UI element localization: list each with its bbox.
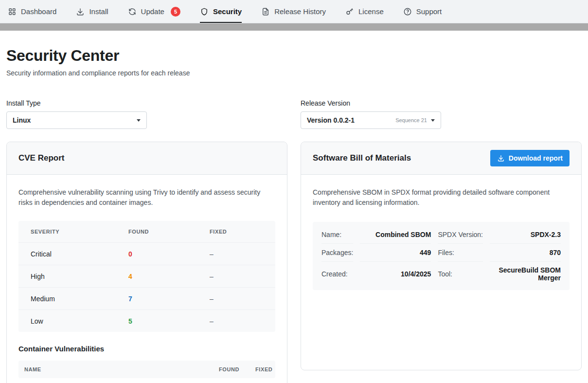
chevron-down-icon [137,119,141,122]
security-shield-icon [200,7,209,16]
container-vulnerabilities-title: Container Vulnerabilities [18,345,275,353]
download-report-label: Download report [509,154,563,162]
dashboard-icon [8,7,17,16]
nav-item-support[interactable]: Support [403,0,442,23]
col-found: FOUND [128,229,210,235]
detail-label-files: Files: [438,244,483,262]
found-count: 4 [128,273,210,280]
fixed-count: – [210,273,263,280]
detail-label-tool: Tool: [438,262,483,286]
cve-report-card: CVE Report Comprehensive vulnerability s… [6,142,287,383]
detail-value-name: Combined SBOM [360,226,431,244]
download-report-button[interactable]: Download report [490,150,570,166]
table-row-high: High 4 – [18,265,275,287]
update-count-badge: 5 [171,7,180,17]
detail-value-spdx-version: SPDX-2.3 [490,226,561,244]
cve-report-description: Comprehensive vulnerability scanning usi… [18,187,275,208]
release-history-icon [261,7,270,16]
table-row-medium: Medium 7 – [18,287,275,310]
sbom-header: Software Bill of Materials Download repo… [301,142,581,175]
nav-item-security[interactable]: Security [200,0,242,23]
nav-label-support: Support [416,7,442,16]
nav-label-release-history: Release History [274,7,326,16]
page-title: Security Center [6,47,582,65]
cve-report-body: Comprehensive vulnerability scanning usi… [7,175,287,383]
install-type-value: Linux [13,116,31,124]
update-icon [128,7,137,16]
severity-name: Critical [31,250,128,258]
fixed-count: – [210,317,263,325]
nav-label-update: Update [141,7,164,16]
install-type-filter: Install Type Linux [6,99,287,129]
col-fixed: FIXED [255,366,272,372]
sbom-details-grid: Name: Combined SBOM SPDX Version: SPDX-2… [313,222,570,290]
sequence-badge: Sequence 21 [395,117,427,123]
table-row-critical: Critical 0 – [18,242,275,265]
col-name: NAME [24,366,219,372]
detail-value-tool: SecureBuild SBOM Merger [490,262,561,286]
detail-value-files: 870 [490,244,561,262]
nav-label-dashboard: Dashboard [21,7,56,16]
nav-label-license: License [358,7,384,16]
detail-value-created: 10/4/2025 [360,262,431,286]
fixed-count: – [210,250,263,258]
detail-label-spdx-version: SPDX Version: [438,226,483,244]
scroll-divider-strip [0,23,588,31]
install-type-select[interactable]: Linux [6,111,147,129]
nav-item-update[interactable]: Update 5 [128,0,180,23]
download-icon [497,154,505,162]
detail-label-packages: Packages: [321,244,353,262]
release-version-filter: Release Version Version 0.0.2-1 Sequence… [301,99,582,129]
cve-report-header: CVE Report [7,142,287,175]
install-icon [76,7,85,16]
nav-item-dashboard[interactable]: Dashboard [8,0,56,23]
chevron-down-icon [431,119,435,122]
col-severity: SEVERITY [31,229,128,235]
filters-row: Install Type Linux Release Version Versi… [6,99,582,129]
release-version-value: Version 0.0.2-1 [307,116,355,124]
found-count: 0 [128,250,210,258]
detail-label-created: Created: [321,262,353,286]
detail-value-packages: 449 [360,244,431,262]
nav-item-release-history[interactable]: Release History [261,0,326,23]
severity-table-header: SEVERITY FOUND FIXED [18,221,275,242]
severity-name: Low [31,317,128,325]
top-navigation: Dashboard Install Update 5 Security Rele… [0,0,588,23]
page-subtitle: Security information and compliance repo… [6,69,582,77]
nav-item-install[interactable]: Install [76,0,108,23]
sbom-body: Comprehensive SBOM in SPDX format provid… [301,175,581,302]
cve-report-title: CVE Report [18,153,64,163]
found-count: 5 [128,317,210,325]
release-version-select[interactable]: Version 0.0.2-1 Sequence 21 [301,111,441,129]
nav-label-security: Security [213,7,242,16]
sbom-card: Software Bill of Materials Download repo… [301,142,582,370]
sbom-description: Comprehensive SBOM in SPDX format provid… [313,187,570,208]
severity-name: Medium [31,295,128,303]
nav-label-install: Install [89,7,108,16]
report-cards: CVE Report Comprehensive vulnerability s… [6,142,582,383]
found-count: 7 [128,295,210,303]
main-content: Security Center Security information and… [0,47,588,383]
col-found: FOUND [219,366,255,372]
table-row-low: Low 5 – [18,310,275,332]
support-help-icon [403,7,412,16]
license-key-icon [345,7,354,16]
sbom-title: Software Bill of Materials [313,153,411,163]
release-version-label: Release Version [301,99,582,107]
severity-name: High [31,273,128,280]
detail-label-name: Name: [321,226,353,244]
fixed-count: – [210,295,263,303]
nav-item-license[interactable]: License [345,0,384,23]
container-table-header: NAME FOUND FIXED [18,361,275,378]
col-fixed: FIXED [210,229,263,235]
install-type-label: Install Type [6,99,287,107]
severity-table: SEVERITY FOUND FIXED Critical 0 – High 4… [18,221,275,332]
